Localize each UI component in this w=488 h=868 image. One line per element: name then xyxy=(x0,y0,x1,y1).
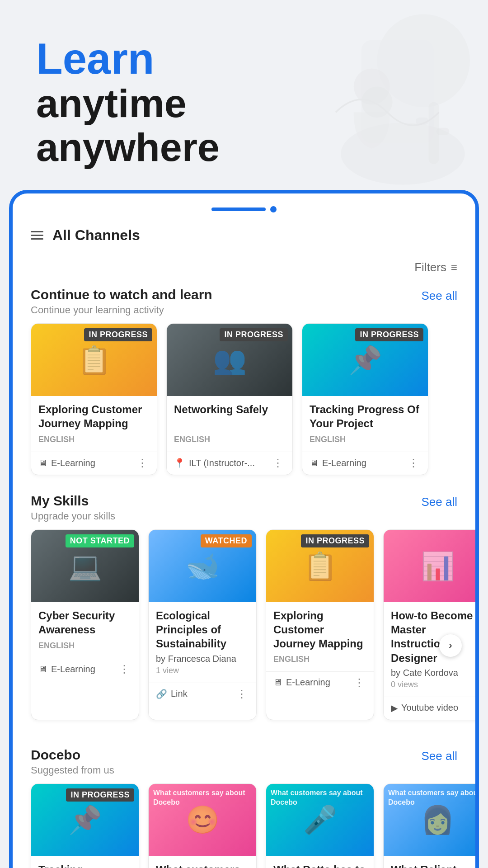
hero-section: Learn anytime anywhere xyxy=(0,0,488,190)
badge-skill-2: WATCHED xyxy=(201,534,252,547)
card-title-docebo-3: What Datto has to say about the Docebo L… xyxy=(273,863,366,868)
card-author-skill-2: by Francesca Diana xyxy=(156,654,249,664)
card-body-continue-1: Exploring Customer Journey Mapping ENGLI… xyxy=(31,396,157,449)
card-type-label-skill-1: E-Learning xyxy=(51,664,95,675)
skills-see-all[interactable]: See all xyxy=(422,495,458,509)
card-title-skill-4: How-to Become a Master Instructional Des… xyxy=(391,609,475,665)
badge-skill-1: NOT STARTED xyxy=(66,534,134,547)
card-type-skill-3: 🖥 E-Learning xyxy=(273,677,330,688)
card-docebo-4: 👩 What customers say about Docebo What R… xyxy=(383,783,475,868)
youtube-icon-skill-4: ▶ xyxy=(391,703,398,713)
card-skill-2: 🐋 WATCHED Ecological Principles of Susta… xyxy=(148,529,257,720)
card-docebo-3: 🎤 What customers say about Docebo What D… xyxy=(266,783,374,868)
hamburger-menu-icon[interactable] xyxy=(31,231,43,240)
card-thumb-docebo-3: 🎤 What customers say about Docebo xyxy=(266,784,374,856)
continue-section-subtitle: Continue your learning activity xyxy=(31,304,212,316)
card-footer-continue-2: 📍 ILT (Instructor-... ⋮ xyxy=(167,452,292,475)
card-footer-skill-4: ▶ Youtube video ⋮ xyxy=(384,697,475,720)
card-thumb-docebo-2: 😊 What customers say about Docebo xyxy=(149,784,256,856)
card-title-skill-2: Ecological Principles of Sustainability xyxy=(156,609,249,651)
card-title-continue-2: Networking Safely xyxy=(174,402,285,431)
card-lang-skill-1: ENGLISH xyxy=(38,641,131,651)
card-body-docebo-1: Tracking Progress Of Your Project ENGLIS… xyxy=(31,856,139,868)
badge-continue-3: IN PROGRESS xyxy=(355,328,423,341)
continue-section-titles: Continue to watch and learn Continue you… xyxy=(31,287,212,316)
card-type-label-1: E-Learning xyxy=(51,458,95,468)
continue-see-all[interactable]: See all xyxy=(422,289,458,303)
card-lang-continue-1: ENGLISH xyxy=(38,435,150,444)
card-thumb-docebo-1: 📌 IN PROGRESS xyxy=(31,784,139,856)
channel-title: All Channels xyxy=(52,227,140,244)
filters-row: Filters ≡ xyxy=(13,253,475,278)
card-more-skill-3[interactable]: ⋮ xyxy=(352,676,366,689)
card-type-continue-1: 🖥 E-Learning xyxy=(38,458,95,468)
card-thumb-continue-3: 📌 IN PROGRESS xyxy=(302,324,428,396)
filter-icon[interactable]: ≡ xyxy=(451,261,457,274)
svg-point-4 xyxy=(354,68,390,104)
card-more-skill-2[interactable]: ⋮ xyxy=(235,688,249,700)
card-body-skill-4: How-to Become a Master Instructional Des… xyxy=(384,602,475,694)
badge-continue-1: IN PROGRESS xyxy=(84,328,152,341)
card-type-skill-2: 🔗 Link xyxy=(156,689,188,699)
card-lang-continue-2: ENGLISH xyxy=(174,435,285,444)
card-type-skill-1: 🖥 E-Learning xyxy=(38,664,95,675)
card-more-skill-4[interactable]: ⋮ xyxy=(469,702,475,714)
card-thumb-skill-2: 🐋 WATCHED xyxy=(149,530,256,602)
card-continue-1: 📋 IN PROGRESS Exploring Customer Journey… xyxy=(31,323,157,475)
progress-dot xyxy=(270,206,277,212)
skills-section-subtitle: Upgrade your skills xyxy=(31,510,115,522)
elearning-icon-3: 🖥 xyxy=(310,458,319,468)
card-more-skill-1[interactable]: ⋮ xyxy=(117,663,131,675)
card-body-skill-3: Exploring Customer Journey Mapping ENGLI… xyxy=(266,602,374,669)
card-body-docebo-4: What Reliant Medical Group has to say ab… xyxy=(384,856,475,868)
hero-illustration xyxy=(249,9,474,190)
progress-active-line xyxy=(211,208,266,211)
card-continue-2: 👥 IN PROGRESS Networking Safely ENGLISH … xyxy=(166,323,293,475)
skills-section-header: My Skills Upgrade your skills See all xyxy=(13,493,475,529)
card-thumb-continue-1: 📋 IN PROGRESS xyxy=(31,324,157,396)
card-more-continue-2[interactable]: ⋮ xyxy=(271,457,285,469)
docebo-section-titles: Docebo Suggested from us xyxy=(31,747,114,776)
card-views-skill-2: 1 view xyxy=(156,666,249,675)
card-title-docebo-2: What customers have to say about the Doc… xyxy=(156,863,249,868)
progress-indicator xyxy=(13,193,475,220)
continue-section-header: Continue to watch and learn Continue you… xyxy=(13,287,475,323)
card-lang-skill-3: ENGLISH xyxy=(273,655,366,664)
card-footer-skill-1: 🖥 E-Learning ⋮ xyxy=(31,658,139,681)
elearning-icon-skill-3: 🖥 xyxy=(273,677,282,688)
card-type-label-skill-2: Link xyxy=(171,689,188,699)
card-title-skill-3: Exploring Customer Journey Mapping xyxy=(273,609,366,651)
card-docebo-1: 📌 IN PROGRESS Tracking Progress Of Your … xyxy=(31,783,139,868)
card-footer-skill-2: 🔗 Link ⋮ xyxy=(149,683,256,706)
skills-section-titles: My Skills Upgrade your skills xyxy=(31,493,115,522)
card-more-continue-1[interactable]: ⋮ xyxy=(135,457,150,469)
card-type-continue-2: 📍 ILT (Instructor-... xyxy=(174,458,255,468)
docebo-section: Docebo Suggested from us See all 📌 IN PR… xyxy=(13,738,475,868)
card-more-continue-3[interactable]: ⋮ xyxy=(406,457,421,469)
card-thumb-docebo-4: 👩 What customers say about Docebo xyxy=(384,784,475,856)
card-body-continue-2: Networking Safely ENGLISH xyxy=(167,396,292,449)
skills-cards-scroll[interactable]: 💻 NOT STARTED Cyber Security Awareness E… xyxy=(13,529,475,725)
card-author-skill-4: by Cate Kordova xyxy=(391,668,475,678)
card-lang-continue-3: ENGLISH xyxy=(310,435,421,444)
docebo-section-subtitle: Suggested from us xyxy=(31,764,114,776)
continue-cards-scroll[interactable]: 📋 IN PROGRESS Exploring Customer Journey… xyxy=(13,323,475,480)
card-views-skill-4: 0 views xyxy=(391,680,475,689)
card-title-docebo-1: Tracking Progress Of Your Project xyxy=(38,863,131,868)
card-type-label-3: E-Learning xyxy=(322,458,366,468)
filters-label: Filters xyxy=(414,260,446,274)
docebo-cards-scroll[interactable]: 📌 IN PROGRESS Tracking Progress Of Your … xyxy=(13,783,475,868)
card-footer-skill-3: 🖥 E-Learning ⋮ xyxy=(266,671,374,694)
docebo-see-all[interactable]: See all xyxy=(422,749,458,763)
card-skill-1: 💻 NOT STARTED Cyber Security Awareness E… xyxy=(31,529,139,720)
nav-bar: All Channels xyxy=(13,220,475,253)
elearning-icon-skill-1: 🖥 xyxy=(38,664,47,675)
card-skill-3: 📋 IN PROGRESS Exploring Customer Journey… xyxy=(266,529,374,720)
card-body-skill-1: Cyber Security Awareness ENGLISH xyxy=(31,602,139,655)
skills-scroll-arrow[interactable]: › xyxy=(439,634,462,657)
app-card: All Channels Filters ≡ Continue to watch… xyxy=(9,190,479,868)
card-body-skill-2: Ecological Principles of Sustainability … xyxy=(149,602,256,680)
card-skill-4: 📊 How-to Become a Master Instructional D… xyxy=(383,529,475,720)
badge-skill-3: IN PROGRESS xyxy=(301,534,369,547)
thumb-icon-skill-4: 📊 xyxy=(384,530,475,602)
